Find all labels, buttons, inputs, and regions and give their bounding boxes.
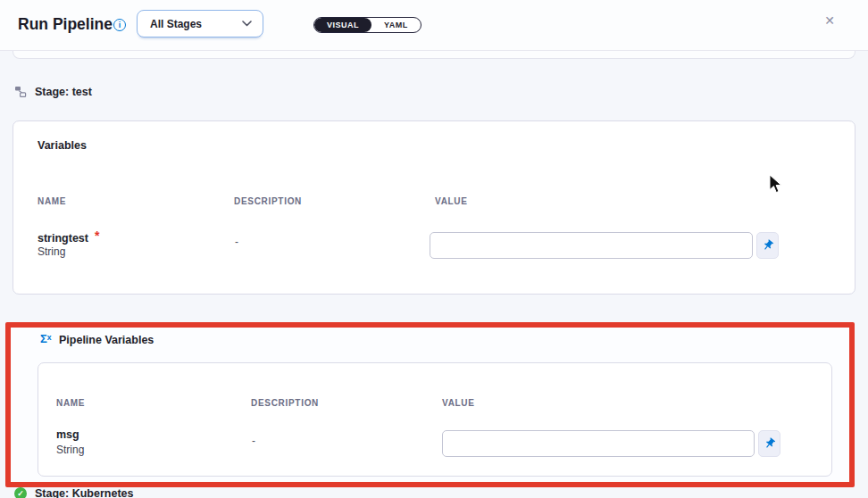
variables-card-title: Variables	[38, 139, 87, 152]
page-title: Run Pipeline	[18, 15, 113, 34]
pv-variable-name: msg	[56, 428, 79, 441]
stage-kubernetes-label: Stage: Kubernetes	[35, 487, 133, 498]
pv-column-header-value: VALUE	[442, 398, 475, 408]
success-check-icon: ✓	[14, 487, 27, 498]
pin-icon	[762, 239, 774, 252]
pipeline-variables-card	[38, 362, 832, 477]
pv-pin-input-type-button[interactable]	[758, 430, 780, 457]
column-header-name: NAME	[38, 196, 66, 206]
modal-header: Run Pipeline i All Stages VISUAL YAML ✕	[0, 0, 868, 51]
previous-card-edge	[13, 51, 855, 59]
sigma-variables-icon: Σˣ	[40, 332, 52, 345]
pin-icon	[764, 437, 776, 450]
visual-yaml-toggle: VISUAL YAML	[313, 17, 421, 33]
stage-test-section-header: Stage: test	[14, 86, 92, 98]
run-pipeline-modal: Run Pipeline i All Stages VISUAL YAML ✕ …	[0, 0, 868, 498]
variable-description: -	[235, 236, 238, 248]
pipeline-variables-title: Pipeline Variables	[59, 334, 154, 346]
variables-card	[13, 120, 855, 295]
value-input-stringtest[interactable]	[430, 232, 753, 259]
pv-variable-type: String	[56, 444, 84, 456]
tab-visual[interactable]: VISUAL	[314, 18, 371, 32]
stage-select-dropdown[interactable]: All Stages	[137, 10, 263, 37]
info-icon[interactable]: i	[113, 19, 126, 31]
stage-test-label: Stage: test	[35, 86, 92, 98]
pv-variable-description: -	[252, 435, 255, 447]
close-icon: ✕	[824, 13, 835, 28]
stage-select-value: All Stages	[150, 18, 242, 30]
value-input-msg[interactable]	[442, 430, 755, 457]
tab-yaml[interactable]: YAML	[371, 18, 421, 32]
variable-type: String	[38, 245, 65, 258]
stage-icon	[14, 86, 27, 98]
variable-name-text: stringtest	[38, 232, 88, 245]
column-header-value: VALUE	[435, 196, 468, 206]
mouse-cursor-icon	[769, 175, 783, 198]
variable-name: stringtest*	[38, 230, 99, 245]
pv-column-header-name: NAME	[56, 398, 85, 408]
pv-column-header-description: DESCRIPTION	[251, 398, 319, 408]
pin-input-type-button[interactable]	[756, 232, 779, 259]
required-asterisk: *	[95, 228, 99, 243]
column-header-description: DESCRIPTION	[234, 196, 302, 206]
close-button[interactable]: ✕	[818, 9, 841, 32]
chevron-down-icon	[242, 21, 252, 27]
stage-kubernetes-section-header: ✓ Stage: Kubernetes	[14, 487, 133, 498]
